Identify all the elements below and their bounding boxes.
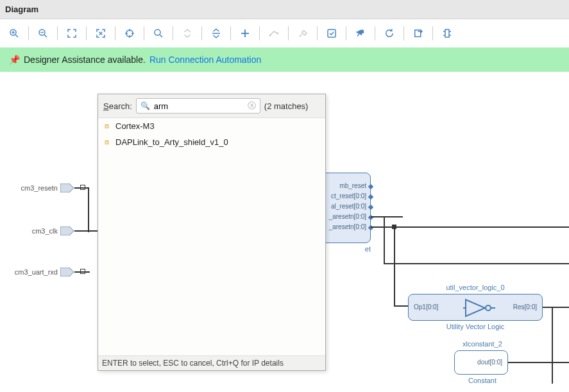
wire (394, 305, 408, 307)
wire (74, 230, 98, 232)
separator (201, 26, 202, 40)
toolbar (0, 19, 569, 47)
pin-label: _aresetn[0:0] (329, 213, 366, 220)
zoom-in-button[interactable] (4, 23, 24, 44)
wire (543, 307, 569, 308)
link-button[interactable] (264, 23, 284, 44)
separator (144, 26, 144, 40)
separator (173, 26, 173, 40)
zoom-fit-button[interactable] (62, 23, 82, 44)
separator (28, 26, 29, 40)
separator (375, 26, 375, 40)
separator (288, 26, 289, 40)
search-input[interactable] (154, 101, 244, 111)
pin-label: mb_reset (339, 182, 366, 189)
zoom-out-button[interactable] (33, 23, 53, 44)
expand-button[interactable] (206, 23, 226, 44)
pin-icon: 📌 (9, 55, 20, 65)
svg-point-20 (277, 33, 278, 34)
not-gate-icon (463, 297, 495, 319)
window-title: Diagram (5, 4, 38, 14)
match-count: (2 matches) (264, 101, 309, 111)
separator (403, 26, 404, 40)
wire (371, 226, 569, 228)
port-label: cm3_clk (0, 227, 58, 235)
port-icon (60, 268, 74, 277)
ip-search-popup: Search: 🔍 ⓧ (2 matches) ⧈ Cortex-M3 ⧈ DA… (98, 94, 326, 371)
results-list: ⧈ Cortex-M3 ⧈ DAPLink_to_Arty_shield_v1_… (98, 118, 325, 355)
block-footer: Utility Vector Logic (408, 323, 543, 330)
svg-marker-33 (466, 300, 485, 316)
refresh-button[interactable] (379, 23, 400, 44)
wire (371, 216, 403, 217)
svg-line-5 (44, 35, 47, 37)
clear-icon[interactable]: ⓧ (248, 100, 256, 112)
svg-marker-32 (60, 268, 74, 277)
reset-block[interactable]: mb_reset ct_reset[0:0] al_reset[0:0] _ar… (319, 173, 371, 243)
const-block[interactable]: dout[0:0] (454, 350, 508, 375)
separator (115, 26, 115, 40)
wire (552, 307, 553, 384)
search-label: Search: (103, 101, 132, 111)
separator (432, 26, 433, 40)
wire (384, 263, 569, 264)
svg-rect-25 (445, 30, 449, 37)
svg-line-15 (160, 35, 162, 37)
svg-line-1 (15, 35, 18, 37)
ip-icon: ⧈ (105, 122, 109, 130)
pin-dot (368, 184, 373, 189)
wire (394, 226, 395, 306)
info-message: Designer Assistance available. (24, 55, 146, 65)
block-footer: et (319, 245, 371, 253)
svg-point-19 (269, 35, 271, 36)
separator (346, 26, 346, 40)
list-item-label: Cortex-M3 (115, 121, 155, 131)
svg-marker-31 (60, 226, 74, 235)
logic-block[interactable]: Op1[0:0] Res[0:0] (408, 294, 543, 321)
list-item[interactable]: ⧈ Cortex-M3 (98, 118, 325, 134)
separator (230, 26, 231, 40)
svg-line-21 (300, 35, 302, 37)
search-icon: 🔍 (140, 101, 150, 110)
add-button[interactable] (235, 23, 255, 44)
port-label: cm3_uart_rxd (0, 268, 58, 276)
separator (86, 26, 87, 40)
pin-label: Res[0:0] (513, 303, 537, 311)
find-button[interactable] (148, 23, 169, 44)
validate-button[interactable] (321, 23, 342, 44)
svg-point-14 (155, 30, 160, 35)
popup-header: Search: 🔍 ⓧ (2 matches) (98, 94, 325, 118)
block-footer: Constant (444, 377, 521, 384)
net-junction (80, 185, 85, 190)
center-button[interactable] (119, 23, 140, 44)
junction (392, 225, 396, 229)
wire (508, 362, 569, 363)
pin-label: _aresetn[0:0] (329, 223, 366, 230)
block-title: util_vector_logic_0 (408, 284, 543, 291)
export-button[interactable] (408, 23, 429, 44)
net-junction (80, 269, 85, 274)
run-automation-link[interactable]: Run Connection Automation (149, 55, 261, 65)
layout-button[interactable] (437, 23, 457, 44)
pin-button[interactable] (350, 23, 371, 44)
settings-button[interactable] (293, 23, 313, 44)
separator (57, 26, 58, 40)
separator (317, 26, 318, 40)
popup-footer: ENTER to select, ESC to cancel, Ctrl+Q f… (98, 355, 325, 370)
port-label: cm3_resetn (0, 184, 58, 192)
svg-marker-30 (60, 183, 74, 192)
collapse-button[interactable] (177, 23, 198, 44)
block-title: xlconstant_2 (444, 340, 521, 348)
pin-dot (368, 194, 373, 200)
pin-label: dout[0:0] (477, 359, 502, 366)
pin-dot (368, 205, 373, 210)
pin-label: Op1[0:0] (414, 303, 438, 311)
zoom-select-button[interactable] (90, 23, 111, 44)
list-item-label: DAPLink_to_Arty_shield_v1_0 (115, 137, 228, 147)
wire (88, 187, 89, 232)
port-icon (60, 226, 74, 235)
wire (384, 216, 385, 264)
list-item[interactable]: ⧈ DAPLink_to_Arty_shield_v1_0 (98, 134, 325, 150)
port-icon (60, 183, 74, 192)
ip-icon: ⧈ (105, 138, 109, 146)
